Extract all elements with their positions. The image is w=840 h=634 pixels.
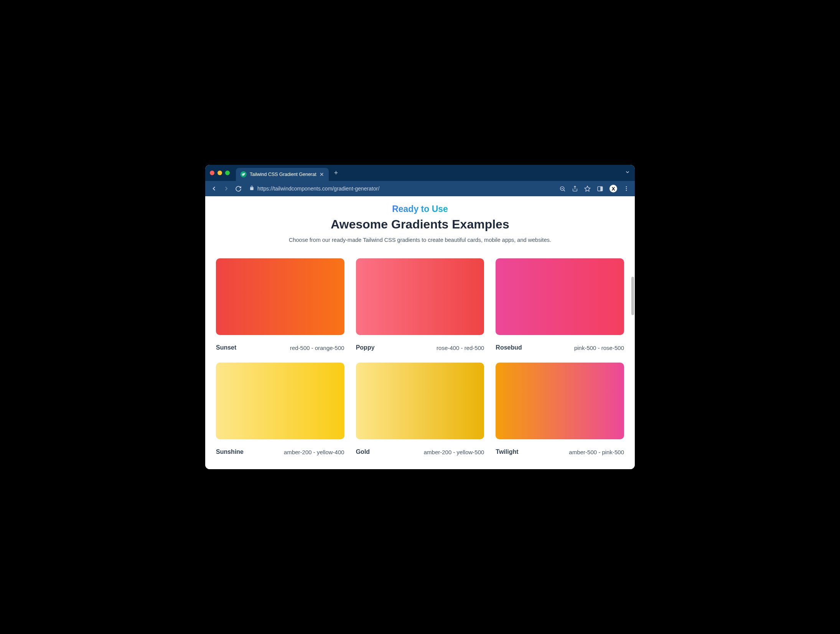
scrollbar[interactable] [631,277,634,315]
gradient-grid: Sunsetred-500 - orange-500Poppyrose-400 … [212,258,628,455]
browser-toolbar: https://tailwindcomponents.com/gradient-… [205,181,635,196]
url-text: https://tailwindcomponents.com/gradient-… [257,186,379,192]
gradient-card[interactable]: Sunsetred-500 - orange-500 [216,258,344,351]
gradient-colors-label: amber-200 - yellow-400 [284,449,344,455]
gradient-colors-label: red-500 - orange-500 [290,345,344,351]
tabs-menu-button[interactable] [625,169,630,176]
traffic-lights [210,171,230,175]
gradient-card[interactable]: Rosebudpink-500 - rose-500 [496,258,624,351]
header-section: Ready to Use Awesome Gradients Examples … [212,204,628,243]
gradient-swatch[interactable] [356,258,484,335]
reload-button[interactable] [235,186,242,192]
share-icon[interactable] [572,186,578,192]
gradient-colors-label: rose-400 - red-500 [436,345,484,351]
gradient-card[interactable]: Poppyrose-400 - red-500 [356,258,484,351]
gradient-colors-label: amber-500 - pink-500 [569,449,624,455]
lock-icon [249,186,254,192]
gradient-swatch[interactable] [356,363,484,439]
card-footer: Twilightamber-500 - pink-500 [496,448,624,455]
gradient-colors-label: pink-500 - rose-500 [574,345,624,351]
toolbar-right: X [559,185,629,192]
card-footer: Sunshineamber-200 - yellow-400 [216,448,344,455]
svg-marker-4 [585,186,590,191]
title-bar: Tailwind CSS Gradient Generat ✕ + [205,165,635,181]
menu-icon[interactable] [623,186,629,192]
profile-avatar[interactable]: X [609,185,617,192]
gradient-colors-label: amber-200 - yellow-500 [424,449,484,455]
gradient-name: Gold [356,448,370,455]
svg-rect-6 [600,186,603,191]
gradient-card[interactable]: Sunshineamber-200 - yellow-400 [216,363,344,455]
card-footer: Sunsetred-500 - orange-500 [216,344,344,351]
zoom-icon[interactable] [559,186,566,192]
page-title: Awesome Gradients Examples [212,217,628,232]
leaf-icon [240,171,247,177]
browser-window: Tailwind CSS Gradient Generat ✕ + https:… [205,165,635,469]
gradient-swatch[interactable] [216,363,344,439]
gradient-card[interactable]: Goldamber-200 - yellow-500 [356,363,484,455]
page-subtitle: Choose from our ready-made Tailwind CSS … [212,237,628,243]
svg-point-8 [626,188,627,189]
close-tab-icon[interactable]: ✕ [320,172,324,177]
address-bar[interactable]: https://tailwindcomponents.com/gradient-… [247,186,554,192]
sidepanel-icon[interactable] [597,186,603,192]
tab-title: Tailwind CSS Gradient Generat [250,172,316,177]
window-minimize-button[interactable] [217,171,222,175]
window-close-button[interactable] [210,171,214,175]
card-footer: Goldamber-200 - yellow-500 [356,448,484,455]
page-content: Ready to Use Awesome Gradients Examples … [205,196,635,469]
gradient-name: Twilight [496,448,518,455]
svg-line-1 [563,190,565,191]
svg-point-7 [626,186,627,187]
new-tab-button[interactable]: + [334,169,338,176]
browser-tab[interactable]: Tailwind CSS Gradient Generat ✕ [236,168,329,181]
avatar-letter: X [609,185,617,192]
eyebrow: Ready to Use [392,204,448,214]
gradient-card[interactable]: Twilightamber-500 - pink-500 [496,363,624,455]
gradient-swatch[interactable] [496,363,624,439]
gradient-swatch[interactable] [496,258,624,335]
svg-point-9 [626,190,627,191]
bookmark-icon[interactable] [584,186,591,192]
gradient-swatch[interactable] [216,258,344,335]
window-maximize-button[interactable] [225,171,230,175]
gradient-name: Sunshine [216,448,244,455]
gradient-name: Rosebud [496,344,522,351]
card-footer: Rosebudpink-500 - rose-500 [496,344,624,351]
card-footer: Poppyrose-400 - red-500 [356,344,484,351]
forward-button[interactable] [223,185,230,192]
gradient-name: Poppy [356,344,375,351]
gradient-name: Sunset [216,344,236,351]
back-button[interactable] [211,185,217,192]
